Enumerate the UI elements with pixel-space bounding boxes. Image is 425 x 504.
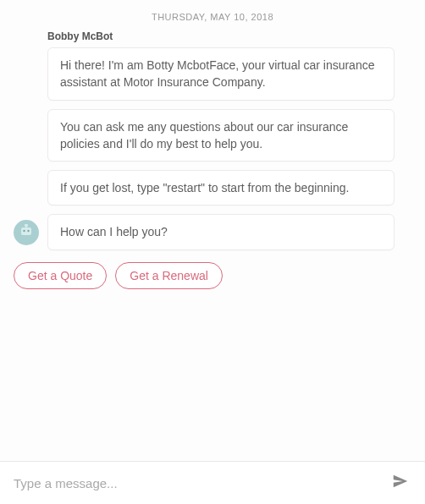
message-input[interactable] <box>14 476 389 490</box>
quick-reply-quote[interactable]: Get a Quote <box>14 262 107 289</box>
bot-message: Hi there! I'm am Botty McbotFace, your v… <box>47 47 395 101</box>
date-header: THURSDAY, MAY 10, 2018 <box>14 12 411 22</box>
bot-message: If you get lost, type "restart" to start… <box>47 170 395 205</box>
svg-rect-5 <box>25 226 27 228</box>
input-bar <box>0 461 425 504</box>
svg-rect-1 <box>21 227 31 235</box>
bot-avatar <box>14 220 39 245</box>
svg-point-3 <box>27 230 29 232</box>
bot-message: How can I help you? <box>47 214 395 249</box>
quick-replies: Get a Quote Get a Renewal <box>14 262 411 289</box>
send-icon <box>391 472 410 494</box>
message-list: Hi there! I'm am Botty McbotFace, your v… <box>14 47 411 250</box>
robot-icon <box>16 221 36 244</box>
send-button[interactable] <box>389 472 411 494</box>
bot-message: You can ask me any questions about our c… <box>47 109 395 162</box>
chat-area: THURSDAY, MAY 10, 2018 Bobby McBot Hi th… <box>0 0 425 461</box>
bot-name-label: Bobby McBot <box>47 30 411 42</box>
svg-point-2 <box>23 230 25 232</box>
quick-reply-renewal[interactable]: Get a Renewal <box>115 262 223 289</box>
